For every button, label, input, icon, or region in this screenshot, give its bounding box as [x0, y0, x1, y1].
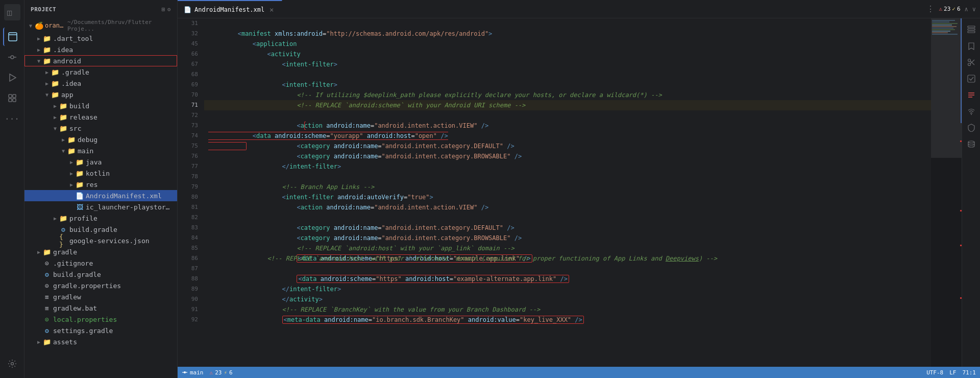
status-git[interactable]: main	[182, 369, 204, 376]
structure-icon[interactable]	[964, 22, 978, 37]
tree-assets[interactable]: ▶ 📁 assets	[24, 336, 177, 347]
tree-gitignore[interactable]: ⊙ .gitignore	[24, 257, 177, 269]
app-icon: 📁	[51, 90, 59, 99]
tree-kotlin[interactable]: ▶ 📁 kotlin	[24, 168, 177, 179]
sidebar-gear-icon[interactable]: ⚙	[167, 6, 171, 13]
app-arrow: ▼	[43, 92, 51, 98]
tree-release[interactable]: ▶ 📁 release	[24, 111, 177, 123]
linenum-68: 68	[178, 69, 204, 80]
tree-build-gradle-root[interactable]: ⚙ build.gradle	[24, 269, 177, 280]
gradle-android-arrow: ▶	[43, 69, 51, 75]
svg-rect-8	[9, 94, 12, 98]
project-root[interactable]: ▼ 🍊 orange ~/Documents/Dhruv/Flutter Pro…	[24, 18, 177, 33]
tree-main[interactable]: ▼ 📁 main	[24, 145, 177, 156]
tree-ic-launcher[interactable]: 🖼 ic_launcher-playstore.png	[24, 201, 177, 212]
todo-icon[interactable]	[964, 72, 978, 86]
linenum-74: 74	[178, 131, 204, 141]
idea-root-label: .idea	[53, 46, 73, 54]
activity-more[interactable]: ···	[3, 109, 21, 128]
activity-project[interactable]	[3, 28, 21, 46]
activity-settings[interactable]	[3, 355, 21, 373]
activity-run[interactable]	[3, 68, 21, 87]
code-line-83: <category android:name="android.intent.c…	[204, 223, 931, 233]
svg-rect-9	[13, 94, 16, 98]
bookmark-icon[interactable]	[964, 39, 978, 53]
tree-profile[interactable]: ▶ 📁 profile	[24, 212, 177, 224]
androidmanifest-icon: 📄	[76, 192, 84, 200]
tree-res[interactable]: ▶ 📁 res	[24, 179, 177, 190]
tree-android[interactable]: ▼ 📁 android	[24, 55, 177, 66]
src-arrow: ▼	[51, 126, 59, 131]
code-line-91: <meta-data android:name="io.branch.sdk.B…	[204, 304, 931, 315]
tab-bar: 📄 AndroidManifest.xml × ⋮ ⚠ 23 ✓ 6 ∧ ∨	[178, 0, 980, 18]
build-gradle-root-icon: ⚙	[43, 270, 51, 278]
code-line-88: </intent-filter>	[204, 274, 931, 284]
java-icon: 📁	[76, 158, 84, 166]
kotlin-icon: 📁	[76, 169, 84, 177]
collapse-up-icon[interactable]: ∧	[965, 6, 968, 13]
src-icon: 📁	[59, 124, 67, 132]
tree-src[interactable]: ▼ 📁 src	[24, 123, 177, 134]
editor-more-icon[interactable]: ⋮	[926, 4, 935, 14]
tree-settings-gradle[interactable]: ⚙ settings.gradle	[24, 325, 177, 336]
svg-rect-13	[968, 26, 975, 28]
activity-plugins[interactable]	[3, 89, 21, 107]
database-icon[interactable]	[964, 137, 978, 151]
code-line-69: <!-- If utilizing $deeplink_path please …	[204, 80, 931, 90]
linenum-86: 86	[178, 253, 204, 264]
code-line-70: <!-- REPLACE `android:scheme` with your …	[204, 90, 931, 100]
svg-point-16	[968, 63, 970, 66]
tree-gradle-android[interactable]: ▶ 📁 .gradle	[24, 66, 177, 78]
status-errors[interactable]: ⚠ 23 ⚡ 6	[210, 369, 233, 376]
problems-icon[interactable]	[964, 88, 978, 102]
wifi-icon[interactable]	[964, 104, 978, 119]
code-line-71: <data android:scheme="yourapp" android:h…	[204, 100, 931, 110]
tree-idea-root[interactable]: ▶ 📁 .idea	[24, 44, 177, 55]
gitignore-label: .gitignore	[53, 259, 93, 267]
tab-androidmanifest[interactable]: 📄 AndroidManifest.xml ×	[178, 0, 282, 18]
tree-androidmanifest[interactable]: 📄 AndroidManifest.xml	[24, 190, 177, 201]
code-line-80: <action android:name="android.intent.act…	[204, 192, 931, 202]
release-arrow: ▶	[51, 114, 59, 120]
linenum-73: 73	[178, 121, 204, 131]
shield-icon[interactable]	[964, 121, 978, 135]
tree-idea-android[interactable]: ▶ 📁 .idea	[24, 78, 177, 89]
tree-local-properties[interactable]: ⊙ local.properties	[24, 314, 177, 325]
tree-app[interactable]: ▼ 📁 app	[24, 89, 177, 100]
collapse-down-icon[interactable]: ∨	[972, 6, 976, 13]
svg-marker-7	[10, 74, 16, 81]
error-badge: ⚠ 23 ✓ 6	[939, 6, 960, 12]
linenum-66: 66	[178, 49, 204, 59]
sidebar-collapse-icon[interactable]: ⊞	[162, 6, 165, 13]
tree-gradle-root[interactable]: ▶ 📁 gradle	[24, 246, 177, 257]
tree-gradlew-bat[interactable]: ≡ gradlew.bat	[24, 302, 177, 314]
file-tree: ▶ 📁 .dart_tool ▶ 📁 .idea ▼ 📁 android ▶ 📁…	[24, 33, 177, 378]
code-line-73	[204, 121, 931, 131]
code-content[interactable]: <manifest xmlns:android="http://schemas.…	[204, 18, 931, 367]
tree-build-gradle-app[interactable]: ⚙ build.gradle	[24, 224, 177, 235]
scissors-icon[interactable]	[964, 55, 978, 69]
tree-build[interactable]: ▶ 📁 build	[24, 100, 177, 111]
tree-dart-tool[interactable]: ▶ 📁 .dart_tool	[24, 33, 177, 44]
release-icon: 📁	[59, 113, 67, 121]
warning-count: 6	[957, 6, 961, 12]
tab-close-button[interactable]: ×	[267, 6, 276, 14]
tree-java[interactable]: ▶ 📁 java	[24, 156, 177, 168]
tree-gradlew[interactable]: ≡ gradlew	[24, 291, 177, 302]
gradlew-icon: ≡	[43, 293, 51, 301]
google-services-icon: { }	[59, 237, 67, 245]
local-properties-label: local.properties	[53, 316, 117, 323]
gradle-android-icon: 📁	[51, 68, 59, 76]
sidebar-header: Project ⊞ ⚙	[24, 0, 177, 18]
code-line-82: <category android:name="android.intent.c…	[204, 212, 931, 223]
tree-gradle-properties[interactable]: ⊙ gradle.properties	[24, 280, 177, 291]
activity-commit[interactable]	[3, 48, 21, 66]
linenum-45: 45	[178, 39, 204, 49]
java-label: java	[86, 158, 102, 166]
dart-tool-icon: 📁	[43, 34, 51, 42]
java-arrow: ▶	[67, 159, 76, 165]
tree-debug[interactable]: ▶ 📁 debug	[24, 134, 177, 145]
tree-google-services[interactable]: { } google-services.json	[24, 235, 177, 246]
linenum-67: 67	[178, 59, 204, 69]
svg-point-26	[184, 371, 186, 373]
